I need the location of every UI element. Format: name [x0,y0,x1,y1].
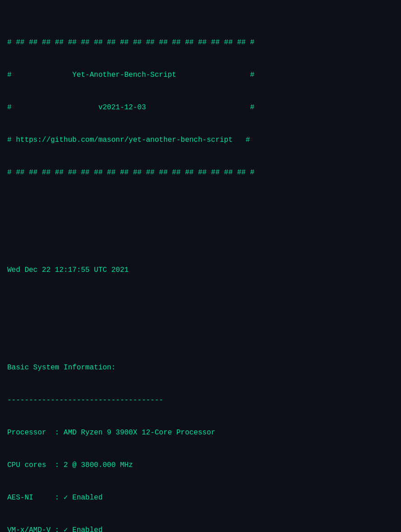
basic-info-title: Basic System Information: [7,362,394,373]
header-line-4: # https://github.com/masonr/yet-another-… [7,135,394,145]
vmx-line: VM-x/AMD-V : ✓ Enabled [7,525,394,532]
basic-info-separator: ------------------------------------ [7,395,394,406]
terminal-output: # ## ## ## ## ## ## ## ## ## ## ## ## ##… [7,5,394,532]
processor-line: Processor : AMD Ryzen 9 3900X 12-Core Pr… [7,427,394,438]
header-line-3: # v2021-12-03 # [7,102,394,113]
datetime: Wed Dec 22 12:17:55 UTC 2021 [7,265,394,275]
header-line-1: # ## ## ## ## ## ## ## ## ## ## ## ## ##… [7,37,394,48]
header-line-2: # Yet-Another-Bench-Script # [7,70,394,80]
header-line-5: # ## ## ## ## ## ## ## ## ## ## ## ## ##… [7,167,394,178]
cpu-cores-line: CPU cores : 2 @ 3800.000 MHz [7,460,394,471]
aes-ni-line: AES-NI : ✓ Enabled [7,492,394,503]
